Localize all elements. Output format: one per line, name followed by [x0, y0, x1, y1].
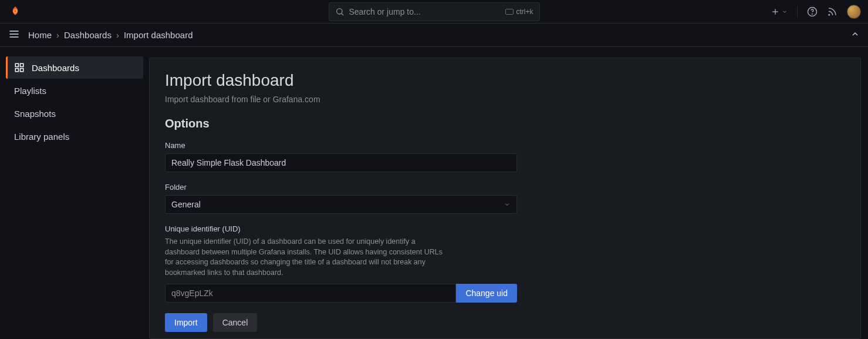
help-icon	[807, 6, 818, 17]
sidebar-item-label: Playlists	[14, 86, 46, 96]
plus-icon	[771, 7, 780, 16]
topbar: Search or jump to... ctrl+k	[0, 0, 868, 24]
chevron-down-icon	[782, 9, 788, 15]
sidebar-item-library-panels[interactable]: Library panels	[6, 126, 143, 147]
search-icon	[335, 7, 345, 16]
grafana-logo-icon	[9, 5, 22, 18]
svg-rect-14	[21, 69, 23, 72]
breadcrumb-separator: ›	[116, 30, 119, 40]
menu-toggle-button[interactable]	[8, 28, 20, 42]
sidebar-item-dashboards[interactable]: Dashboards	[6, 56, 143, 79]
rss-icon	[827, 6, 837, 17]
breadcrumb-home[interactable]: Home	[28, 30, 52, 40]
uid-help-text: The unique identifier (UID) of a dashboa…	[165, 237, 447, 278]
user-avatar[interactable]	[847, 5, 861, 19]
search-shortcut: ctrl+k	[505, 8, 533, 16]
svg-line-2	[341, 13, 343, 15]
search-placeholder: Search or jump to...	[349, 7, 506, 16]
sidebar: Dashboards Playlists Snapshots Library p…	[0, 47, 149, 339]
section-title: Options	[165, 117, 845, 130]
keyboard-icon	[505, 9, 514, 15]
svg-point-1	[336, 8, 342, 14]
chevron-up-icon	[850, 29, 860, 39]
breadcrumb: Home › Dashboards › Import dashboard	[28, 30, 192, 40]
main-content: Import dashboard Import dashboard from f…	[149, 47, 868, 339]
breadcrumb-dashboards[interactable]: Dashboards	[64, 30, 112, 40]
name-input[interactable]	[165, 153, 517, 172]
help-button[interactable]	[807, 6, 818, 17]
sidebar-item-playlists[interactable]: Playlists	[6, 80, 143, 102]
svg-point-6	[812, 14, 813, 14]
breadcrumb-current: Import dashboard	[124, 30, 193, 40]
uid-label: Unique identifier (UID)	[165, 224, 845, 233]
breadcrumb-bar: Home › Dashboards › Import dashboard	[0, 24, 868, 47]
sidebar-item-snapshots[interactable]: Snapshots	[6, 103, 143, 125]
add-button[interactable]	[771, 7, 788, 16]
grafana-logo[interactable]	[7, 4, 23, 20]
sidebar-item-label: Snapshots	[14, 109, 56, 119]
import-panel: Import dashboard Import dashboard from f…	[149, 58, 861, 339]
cancel-button[interactable]: Cancel	[213, 313, 258, 332]
sidebar-item-label: Dashboards	[32, 63, 79, 73]
search-input[interactable]: Search or jump to... ctrl+k	[329, 2, 540, 21]
folder-label: Folder	[165, 183, 845, 192]
sidebar-item-label: Library panels	[14, 132, 69, 142]
chevron-down-icon	[504, 201, 511, 208]
svg-rect-13	[15, 69, 18, 72]
hamburger-icon	[8, 28, 20, 40]
change-uid-button[interactable]: Change uid	[456, 284, 517, 303]
folder-select[interactable]: General	[165, 195, 517, 214]
news-button[interactable]	[827, 6, 837, 17]
svg-rect-11	[15, 63, 18, 66]
svg-rect-12	[21, 63, 23, 66]
collapse-button[interactable]	[850, 29, 860, 41]
page-subtitle: Import dashboard from file or Grafana.co…	[165, 95, 845, 104]
breadcrumb-separator: ›	[56, 30, 59, 40]
svg-point-7	[829, 14, 830, 15]
uid-input	[165, 284, 456, 303]
import-button[interactable]: Import	[165, 313, 207, 332]
folder-value: General	[171, 200, 201, 209]
name-label: Name	[165, 141, 845, 150]
divider	[797, 6, 798, 18]
page-title: Import dashboard	[165, 71, 845, 90]
dashboards-icon	[14, 62, 25, 73]
